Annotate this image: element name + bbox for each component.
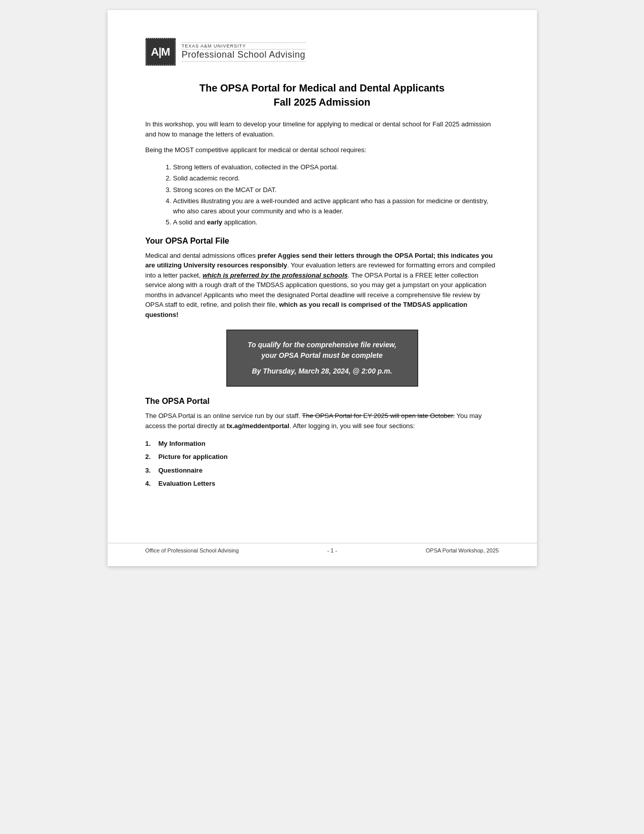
portal-section-4: 4. Evaluation Letters [145,478,499,489]
highlight-line1: To qualify for the comprehensive file re… [247,341,397,349]
advising-name: Professional School Advising [182,50,306,62]
highlight-box: To qualify for the comprehensive file re… [226,330,418,387]
bold-prefer: prefer Aggies send their letters through… [145,252,493,269]
section2-para1: The OPSA Portal is an online service run… [145,411,499,431]
portal-section-2: 2. Picture for application [145,451,499,462]
section2-heading: The OPSA Portal [145,397,499,406]
portal-section-2-label: Picture for application [159,451,228,462]
section1-para1: Medical and dental admissions offices pr… [145,251,499,320]
header: A|M TEXAS A&M UNIVERSITY Professional Sc… [145,38,499,66]
requirement-item-4: Activities illustrating you are a well-r… [173,196,499,216]
preferred-text: which is preferred by the professional s… [203,271,348,279]
footer-left: Office of Professional School Advising [145,547,239,553]
intro-para1: In this workshop, you will learn to deve… [145,119,499,139]
highlight-line2: your OPSA Portal must be complete [262,351,383,359]
section2-end: . After logging in, you will see four se… [289,422,415,430]
early-bold: early [207,218,222,226]
title-section: The OPSA Portal for Medical and Dental A… [145,81,499,109]
requirements-list: Strong letters of evaluation, collected … [173,162,499,227]
portal-section-3: 3. Questionnaire [145,465,499,476]
requirement-item-3: Strong scores on the MCAT or DAT. [173,185,499,195]
footer-right: OPSA Portal Workshop, 2025 [426,547,499,553]
requirement-item-5: A solid and early application. [173,217,499,227]
footer-center: - 1 - [327,547,337,553]
highlight-date: By Thursday, March 28, 2024, @ 2:00 p.m. [242,366,402,377]
requirement-item-1: Strong letters of evaluation, collected … [173,162,499,172]
section2-start: The OPSA Portal is an online service run… [145,412,302,420]
intro-section: In this workshop, you will learn to deve… [145,119,499,155]
portal-section-4-label: Evaluation Letters [159,478,216,489]
intro-para2: Being the MOST competitive applicant for… [145,145,499,155]
logo-text-block: TEXAS A&M UNIVERSITY Professional School… [182,42,306,62]
tamu-logo: A|M [145,38,176,66]
portal-sections-list: 1. My Information 2. Picture for applica… [145,438,499,490]
document-page: A|M TEXAS A&M UNIVERSITY Professional Sc… [108,10,537,566]
portal-link: tx.ag/meddentportal [227,422,289,430]
page-title: The OPSA Portal for Medical and Dental A… [145,81,499,109]
section1-heading: Your OPSA Portal File [145,237,499,246]
portal-section-3-label: Questionnaire [159,465,203,476]
bold-comprised: which as you recall is comprised of the … [145,301,468,318]
footer: Office of Professional School Advising -… [108,543,537,553]
portal-section-1: 1. My Information [145,438,499,449]
highlight-main: To qualify for the comprehensive file re… [242,340,402,361]
strikethrough-text: The OPSA Portal for EY 2025 will open la… [302,412,455,420]
university-name: TEXAS A&M UNIVERSITY [182,42,306,50]
requirement-item-2: Solid academic record. [173,173,499,183]
logo-letters: A|M [151,45,170,59]
title-line2: Fall 2025 Admission [274,97,371,108]
section1-body: Medical and dental admissions offices pr… [145,251,499,320]
portal-section-1-label: My Information [159,438,206,449]
title-line1: The OPSA Portal for Medical and Dental A… [200,82,444,94]
section2-body: The OPSA Portal is an online service run… [145,411,499,431]
